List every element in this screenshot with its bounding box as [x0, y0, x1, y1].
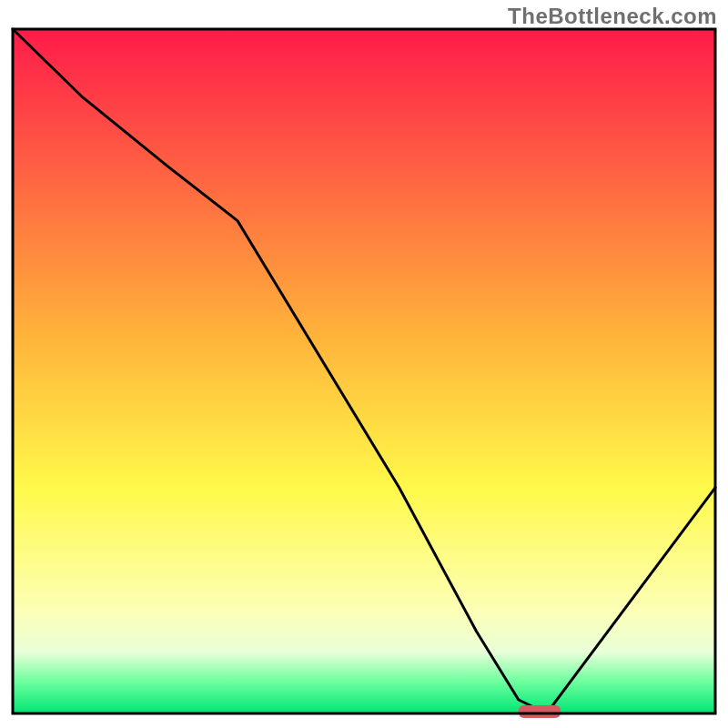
- bottleneck-chart: [0, 0, 728, 728]
- optimal-marker: [519, 705, 561, 718]
- plot-background: [13, 29, 715, 713]
- chart-container: TheBottleneck.com: [0, 0, 728, 728]
